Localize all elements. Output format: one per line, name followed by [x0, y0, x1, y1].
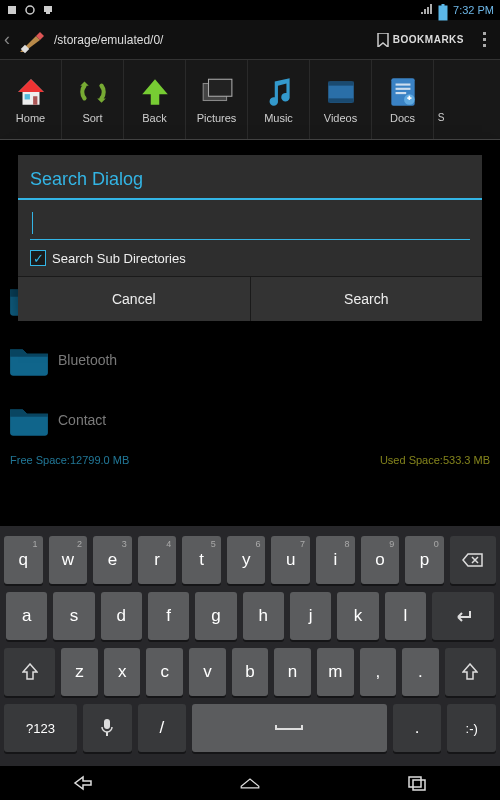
- key-k[interactable]: k: [337, 592, 378, 640]
- key-c[interactable]: c: [146, 648, 183, 696]
- key-n[interactable]: n: [274, 648, 311, 696]
- sd-icon: [435, 76, 447, 108]
- tool-label: S: [438, 112, 445, 123]
- nav-home-icon[interactable]: [238, 773, 262, 793]
- svg-rect-18: [408, 95, 410, 99]
- tool-docs[interactable]: Docs: [372, 60, 434, 139]
- key-l[interactable]: l: [385, 592, 426, 640]
- key-e[interactable]: e: [93, 536, 132, 584]
- navigation-bar: [0, 766, 500, 800]
- key-o[interactable]: o: [361, 536, 400, 584]
- checkbox-label: Search Sub Directories: [52, 251, 186, 266]
- tool-videos[interactable]: Videos: [310, 60, 372, 139]
- app-icon[interactable]: [16, 24, 48, 56]
- tool-label: Pictures: [197, 112, 237, 124]
- bookmark-icon: [377, 33, 389, 47]
- key-h[interactable]: h: [243, 592, 284, 640]
- svg-point-1: [26, 6, 34, 14]
- key-f[interactable]: f: [148, 592, 189, 640]
- svg-rect-19: [104, 719, 110, 729]
- nav-back-icon[interactable]: [71, 773, 95, 793]
- dialog-title: Search Dialog: [18, 155, 482, 196]
- key-backspace[interactable]: [450, 536, 496, 584]
- svg-rect-14: [395, 87, 410, 89]
- cancel-button[interactable]: Cancel: [18, 277, 251, 321]
- shift-icon: [22, 663, 38, 681]
- subdirs-checkbox-row[interactable]: ✓ Search Sub Directories: [30, 250, 470, 266]
- music-icon: [262, 76, 296, 108]
- key-j[interactable]: j: [290, 592, 331, 640]
- tool-label: Back: [142, 112, 166, 124]
- sort-icon: [76, 76, 110, 108]
- tool-label: Sort: [82, 112, 102, 124]
- tool-music[interactable]: Music: [248, 60, 310, 139]
- battery-icon: [437, 4, 449, 16]
- svg-rect-8: [208, 79, 231, 96]
- key-b[interactable]: b: [232, 648, 269, 696]
- key-mic[interactable]: [83, 704, 132, 752]
- key-space[interactable]: [192, 704, 387, 752]
- status-time: 7:32 PM: [453, 4, 494, 16]
- key-t[interactable]: t: [182, 536, 221, 584]
- keyboard: qwertyuiop asdfghjkl zxcvbnm,. ?123 / . …: [0, 526, 500, 766]
- key-period[interactable]: .: [393, 704, 442, 752]
- search-input[interactable]: [30, 210, 470, 240]
- signal-icon: [421, 4, 433, 16]
- svg-rect-20: [106, 732, 108, 736]
- key-w[interactable]: w: [49, 536, 88, 584]
- key-z[interactable]: z: [61, 648, 98, 696]
- tool-label: Home: [16, 112, 45, 124]
- key-shift-left[interactable]: [4, 648, 55, 696]
- enter-icon: [452, 609, 474, 623]
- space-icon: [274, 723, 304, 733]
- key-comma[interactable]: ,: [360, 648, 397, 696]
- key-s[interactable]: s: [53, 592, 94, 640]
- bookmarks-button[interactable]: BOOKMARKS: [377, 33, 464, 47]
- svg-rect-6: [24, 94, 29, 99]
- key-enter[interactable]: [432, 592, 494, 640]
- overflow-menu[interactable]: [472, 32, 496, 47]
- bookmarks-label: BOOKMARKS: [393, 34, 464, 45]
- app-back-caret-icon[interactable]: ‹: [4, 29, 10, 50]
- docs-icon: [386, 76, 420, 108]
- key-emoji[interactable]: :-): [447, 704, 496, 752]
- tool-label: Videos: [324, 112, 357, 124]
- key-y[interactable]: y: [227, 536, 266, 584]
- key-x[interactable]: x: [104, 648, 141, 696]
- key-shift-right[interactable]: [445, 648, 496, 696]
- tool-back[interactable]: Back: [124, 60, 186, 139]
- key-d[interactable]: d: [101, 592, 142, 640]
- svg-rect-11: [328, 98, 354, 102]
- key-v[interactable]: v: [189, 648, 226, 696]
- tool-sort[interactable]: Sort: [62, 60, 124, 139]
- key-i[interactable]: i: [316, 536, 355, 584]
- dialog-divider: [18, 198, 482, 200]
- key-m[interactable]: m: [317, 648, 354, 696]
- shift-icon: [462, 663, 478, 681]
- key-r[interactable]: r: [138, 536, 177, 584]
- tool-pictures[interactable]: Pictures: [186, 60, 248, 139]
- key-slash[interactable]: /: [138, 704, 187, 752]
- checkbox-icon: ✓: [30, 250, 46, 266]
- key-p[interactable]: p: [405, 536, 444, 584]
- status-bar: 7:32 PM: [0, 0, 500, 20]
- tool-label: Music: [264, 112, 293, 124]
- nav-recents-icon[interactable]: [405, 773, 429, 793]
- svg-rect-21: [409, 777, 421, 787]
- key-period[interactable]: .: [402, 648, 439, 696]
- key-q[interactable]: q: [4, 536, 43, 584]
- tool-home[interactable]: Home: [0, 60, 62, 139]
- key-g[interactable]: g: [195, 592, 236, 640]
- tool-more[interactable]: S: [434, 60, 448, 139]
- download-icon: [42, 4, 54, 16]
- usb-debug-icon: [6, 4, 18, 16]
- svg-rect-5: [33, 96, 37, 105]
- svg-rect-0: [8, 6, 16, 14]
- search-button[interactable]: Search: [251, 277, 483, 321]
- key-symbols[interactable]: ?123: [4, 704, 77, 752]
- key-u[interactable]: u: [271, 536, 310, 584]
- search-dialog: Search Dialog ✓ Search Sub Directories C…: [18, 155, 482, 321]
- key-a[interactable]: a: [6, 592, 47, 640]
- back-arrow-icon: [138, 76, 172, 108]
- text-cursor: [32, 212, 33, 234]
